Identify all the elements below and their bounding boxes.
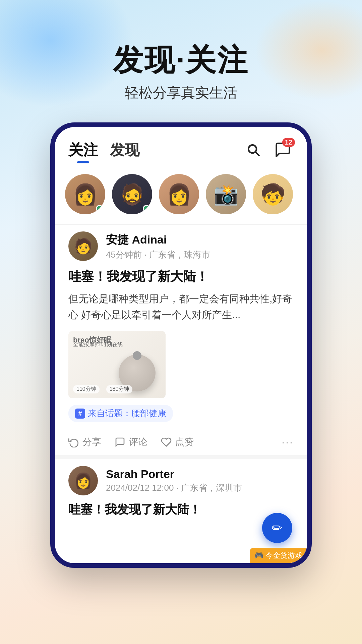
- story-row: 👩 🧔 👩: [55, 167, 307, 224]
- tab-indicator: [77, 161, 89, 163]
- message-button[interactable]: 12: [272, 139, 294, 161]
- tab-follow[interactable]: 关注: [68, 140, 98, 160]
- svg-line-1: [255, 152, 259, 155]
- story-avatar-2[interactable]: 🧔: [112, 174, 152, 214]
- post-meta-1: 安捷 Adinai 45分钟前 · 广东省，珠海市: [106, 232, 294, 261]
- story-avatar-4[interactable]: 📸: [206, 174, 246, 214]
- post-image-1: breo惊好眠 全能按摩师 时刻在线 110分钟 180分钟: [68, 331, 166, 398]
- message-badge: 12: [282, 138, 295, 147]
- time-labels: 110分钟 180分钟: [73, 385, 132, 393]
- tab-icons: 12: [244, 139, 294, 161]
- post-header-2: 👩 Sarah Porter 2024/02/12 12:00 · 广东省，深圳…: [68, 466, 294, 495]
- time-label-2: 180分钟: [106, 385, 133, 393]
- watermark: 🎮 今金贷游戏: [250, 548, 307, 563]
- phone-wrapper: 关注 发现: [0, 122, 362, 568]
- hero-title: 发现·关注: [0, 44, 362, 77]
- search-button[interactable]: [244, 141, 263, 159]
- tab-bar: 关注 发现: [55, 127, 307, 167]
- share-button[interactable]: 分享: [68, 436, 101, 448]
- phone-frame: 关注 发现: [50, 122, 312, 568]
- story-avatar-1[interactable]: 👩: [65, 174, 105, 214]
- phone-inner: 关注 发现: [55, 127, 307, 563]
- post-body-1: 但无论是哪种类型用户，都一定会有同种共性,好奇心 好奇心足以牵引着一个人对所产生…: [68, 291, 294, 323]
- post-card-1: 🧑 安捷 Adinai 45分钟前 · 广东省，珠海市 哇塞！我发现了新大陆！ …: [55, 224, 307, 455]
- post-card-2: 👩 Sarah Porter 2024/02/12 12:00 · 广东省，深圳…: [55, 455, 307, 521]
- topic-tag[interactable]: # 来自话题：腰部健康: [68, 405, 173, 422]
- online-indicator-1: [96, 205, 103, 212]
- compose-icon: ✏: [272, 521, 283, 535]
- post-header-1: 🧑 安捷 Adinai 45分钟前 · 广东省，珠海市: [68, 231, 294, 261]
- post-author-name: 安捷 Adinai: [106, 232, 294, 248]
- post-author-meta: 45分钟前 · 广东省，珠海市: [106, 249, 294, 261]
- more-button[interactable]: ···: [282, 436, 294, 448]
- tab-left: 关注 发现: [68, 140, 139, 160]
- hero-subtitle: 轻松分享真实生活: [0, 84, 362, 102]
- comment-button[interactable]: 评论: [115, 436, 147, 448]
- post-author-meta-2: 2024/02/12 12:00 · 广东省，深圳市: [106, 482, 294, 494]
- story-avatar-3[interactable]: 👩: [159, 174, 199, 214]
- post-meta-2: Sarah Porter 2024/02/12 12:00 · 广东省，深圳市: [106, 468, 294, 494]
- hero-section: 发现·关注 轻松分享真实生活: [0, 0, 362, 122]
- online-indicator-2: [143, 205, 150, 212]
- post-avatar-2: 👩: [68, 466, 98, 495]
- post-title-1: 哇塞！我发现了新大陆！: [68, 268, 294, 285]
- watermark-icon: 🎮: [254, 551, 263, 560]
- tab-discover[interactable]: 发现: [110, 140, 139, 160]
- story-avatar-5[interactable]: 🧒: [253, 174, 293, 214]
- post-title-2: 哇塞！我发现了新大陆！: [68, 501, 294, 518]
- fab-compose[interactable]: ✏: [262, 513, 292, 543]
- time-label-1: 110分钟: [73, 385, 100, 393]
- brand-tagline: 全能按摩师 时刻在线: [73, 341, 123, 348]
- action-bar-1: 分享 评论 点赞 ···: [68, 430, 294, 448]
- watermark-text: 今金贷游戏: [265, 550, 302, 560]
- post-avatar-1: 🧑: [68, 231, 98, 261]
- hash-icon: #: [75, 409, 85, 419]
- post-author-name-2: Sarah Porter: [106, 468, 294, 481]
- like-button[interactable]: 点赞: [161, 436, 194, 448]
